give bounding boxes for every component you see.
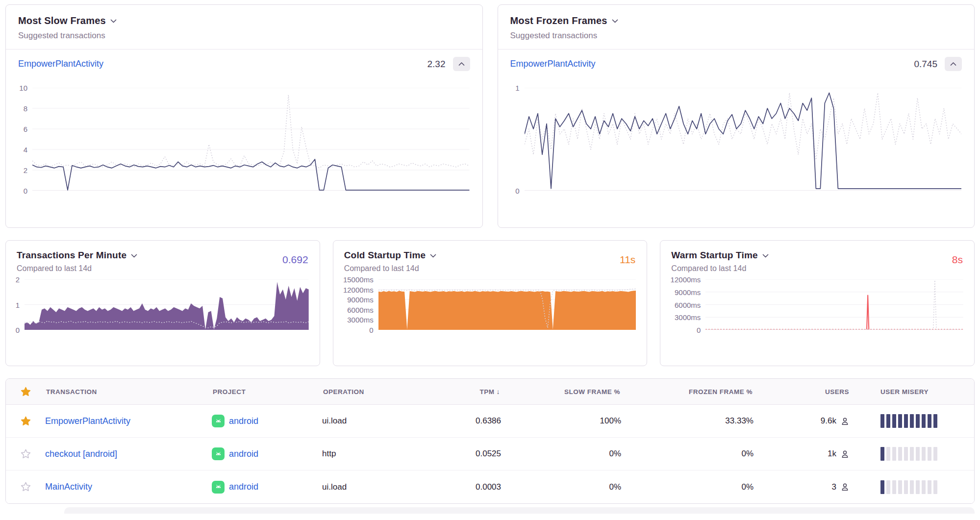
transaction-value: 2.32	[427, 59, 446, 70]
next-card-partial	[64, 507, 975, 514]
transaction-link[interactable]: MainActivity	[45, 482, 92, 492]
chevron-down-icon	[612, 19, 618, 24]
star-button[interactable]	[20, 416, 31, 427]
y-axis: 03000ms6000ms9000ms12000ms	[662, 279, 705, 330]
panel-title-dropdown[interactable]: Transactions Per Minute	[17, 250, 137, 261]
column-header-transaction[interactable]: TRANSACTION	[45, 388, 212, 396]
panel-subtitle: Compared to last 14d	[344, 264, 636, 273]
collapse-button[interactable]	[945, 57, 962, 71]
user-misery-bars	[880, 480, 974, 494]
frozen-frames-chart: 01	[498, 73, 975, 213]
chevron-down-icon	[110, 19, 117, 24]
tpm-chart: 012	[6, 273, 320, 347]
tpm-cell: 0.0003	[432, 482, 501, 492]
chevron-up-icon	[950, 62, 956, 66]
panel-title: Most Frozen Frames	[510, 15, 607, 26]
frozen-frame-cell: 33.33%	[621, 416, 754, 426]
star-button[interactable]	[20, 481, 31, 493]
operation-cell: ui.load	[322, 482, 432, 492]
panel-title: Cold Startup Time	[344, 250, 426, 261]
operation-cell: ui.load	[322, 416, 432, 426]
panel-title: Warm Startup Time	[671, 250, 758, 261]
tpm-cell: 0.0525	[432, 449, 501, 459]
column-header-frozen-frame[interactable]: FROZEN FRAME %	[621, 388, 754, 396]
panel-title-dropdown[interactable]: Most Slow Frames	[18, 15, 117, 26]
column-header-user-misery[interactable]: USER MISERY	[850, 388, 974, 396]
panel-subtitle: Compared to last 14d	[17, 264, 309, 273]
users-count: 1k	[828, 449, 836, 459]
panel-value: 11s	[620, 254, 635, 266]
project-link[interactable]: android	[229, 416, 258, 426]
plot-area	[25, 279, 309, 330]
column-header-project[interactable]: PROJECT	[212, 388, 322, 396]
plot-area	[525, 88, 962, 191]
transaction-link[interactable]: EmpowerPlantActivity	[18, 59, 103, 69]
plot-area	[32, 88, 470, 191]
panel-header: Transactions Per Minute Compared to last…	[6, 241, 320, 273]
panel-header: Warm Startup Time Compared to last 14d 8…	[660, 241, 974, 273]
user-icon	[840, 416, 850, 426]
star-icon	[20, 448, 31, 460]
transaction-link[interactable]: EmpowerPlantActivity	[45, 416, 130, 426]
panel-title-dropdown[interactable]: Warm Startup Time	[671, 250, 769, 261]
plot-area	[378, 279, 636, 330]
project-link[interactable]: android	[229, 482, 258, 492]
y-axis: 01	[503, 88, 525, 191]
users-cell: 3	[754, 482, 850, 492]
project-link[interactable]: android	[229, 449, 258, 459]
collapse-button[interactable]	[453, 57, 470, 71]
users-cell: 1k	[754, 449, 850, 459]
android-project-icon	[212, 415, 225, 427]
transactions-per-minute-panel: Transactions Per Minute Compared to last…	[5, 240, 320, 366]
users-count: 3	[832, 482, 836, 492]
users-cell: 9.6k	[754, 416, 850, 426]
panel-value: 0.692	[282, 254, 308, 266]
table-row: MainActivity android ui.load 0.0003 0% 0…	[6, 470, 974, 503]
panel-subtitle: Suggested transactions	[18, 31, 470, 41]
transaction-link[interactable]: checkout [android]	[45, 449, 117, 459]
star-icon	[20, 386, 31, 397]
panel-title-dropdown[interactable]: Most Frozen Frames	[510, 15, 618, 26]
panel-subtitle: Compared to last 14d	[671, 264, 963, 273]
y-axis: 012	[8, 279, 25, 330]
table-row: checkout [android] android http 0.0525 0…	[6, 438, 974, 470]
star-icon	[20, 481, 31, 493]
chevron-down-icon	[131, 254, 137, 258]
panel-title: Most Slow Frames	[18, 15, 106, 26]
column-header-slow-frame[interactable]: SLOW FRAME %	[501, 388, 621, 396]
panel-header: Most Frozen Frames Suggested transaction…	[498, 5, 975, 50]
y-axis: 03000ms6000ms9000ms12000ms15000ms	[335, 279, 378, 330]
panel-title: Transactions Per Minute	[17, 250, 126, 261]
slow-frame-cell: 100%	[501, 416, 621, 426]
transactions-table: TRANSACTION PROJECT OPERATION TPM↓ SLOW …	[5, 378, 975, 504]
y-axis: 0246810	[11, 88, 32, 191]
transaction-row: EmpowerPlantActivity 0.745	[498, 50, 975, 73]
operation-cell: http	[322, 449, 432, 459]
column-header-operation[interactable]: OPERATION	[322, 388, 432, 396]
slow-frame-cell: 0%	[501, 449, 621, 459]
panel-title-dropdown[interactable]: Cold Startup Time	[344, 250, 437, 261]
users-count: 9.6k	[821, 416, 836, 426]
chevron-up-icon	[458, 62, 465, 66]
user-icon	[840, 482, 850, 492]
tpm-cell: 0.6386	[432, 416, 501, 426]
star-icon	[20, 416, 31, 427]
warm-startup-chart: 03000ms6000ms9000ms12000ms	[660, 273, 974, 347]
frozen-frame-cell: 0%	[621, 449, 754, 459]
table-row: EmpowerPlantActivity android ui.load 0.6…	[6, 405, 974, 438]
warm-startup-time-panel: Warm Startup Time Compared to last 14d 8…	[660, 240, 975, 366]
cold-startup-chart: 03000ms6000ms9000ms12000ms15000ms	[333, 273, 647, 347]
user-misery-bars	[880, 447, 974, 461]
mid-panels-row: Transactions Per Minute Compared to last…	[5, 240, 975, 366]
android-project-icon	[212, 447, 225, 460]
panel-subtitle: Suggested transactions	[510, 31, 962, 41]
chevron-down-icon	[762, 254, 769, 258]
column-header-tpm[interactable]: TPM↓	[432, 388, 501, 396]
transaction-link[interactable]: EmpowerPlantActivity	[510, 59, 596, 69]
user-icon	[840, 449, 850, 459]
chevron-down-icon	[430, 254, 436, 258]
android-project-icon	[212, 481, 225, 494]
star-button[interactable]	[20, 448, 31, 460]
column-header-users[interactable]: USERS	[754, 388, 850, 396]
panel-header: Cold Startup Time Compared to last 14d 1…	[333, 241, 647, 273]
